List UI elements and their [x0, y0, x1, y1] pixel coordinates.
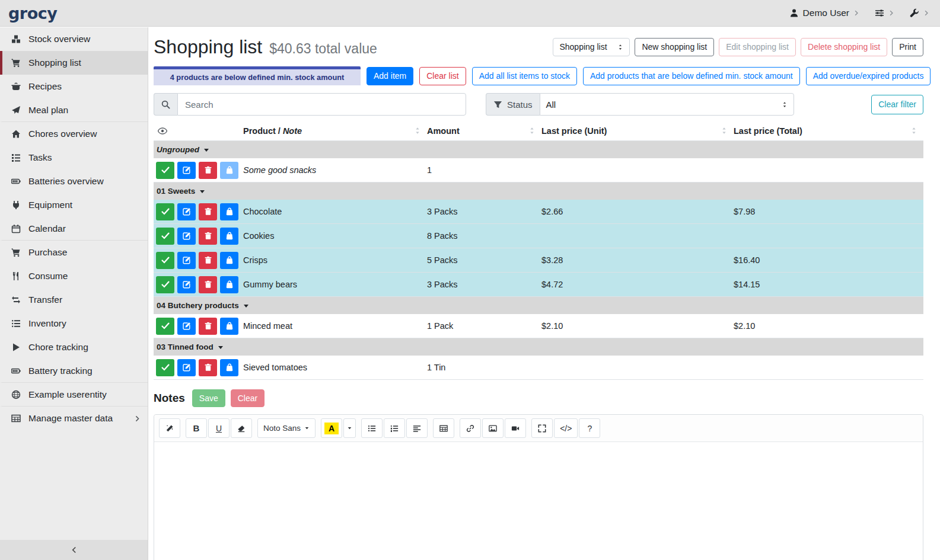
- edit-item-button[interactable]: [177, 276, 196, 293]
- group-row-ungrouped[interactable]: Ungrouped: [154, 141, 923, 158]
- col-header-last-price-unit[interactable]: Last price (Unit): [541, 121, 734, 140]
- delete-item-button[interactable]: [199, 162, 217, 179]
- save-notes-button[interactable]: Save: [192, 389, 225, 407]
- sidebar-item-meal-plan[interactable]: Meal plan: [0, 98, 148, 122]
- edit-item-button[interactable]: [177, 228, 196, 245]
- sidebar-item-calendar[interactable]: Calendar: [0, 217, 148, 241]
- editor-toolbar: B U Noto Sans A: [154, 415, 923, 442]
- help-button[interactable]: ?: [579, 418, 600, 438]
- sidebar-item-purchase[interactable]: Purchase: [0, 241, 148, 264]
- sidebar-item-chores-overview[interactable]: Chores overview: [0, 122, 148, 146]
- edit-item-button[interactable]: [177, 162, 196, 179]
- delete-item-button[interactable]: [199, 228, 217, 245]
- admin-menu[interactable]: [910, 8, 929, 18]
- col-header-last-price-total[interactable]: Last price (Total): [734, 121, 923, 140]
- group-row-sweets[interactable]: 01 Sweets: [154, 183, 923, 200]
- text-color-dropdown-button[interactable]: [343, 418, 356, 438]
- purchase-item-button[interactable]: [220, 276, 238, 293]
- insert-table-button[interactable]: [433, 418, 454, 438]
- status-filter-select[interactable]: All: [540, 93, 794, 116]
- text-color-button[interactable]: A: [321, 418, 342, 438]
- edit-shopping-list-button[interactable]: Edit shopping list: [719, 38, 796, 56]
- clear-notes-button[interactable]: Clear: [231, 389, 265, 407]
- sidebar-item-example-userentity[interactable]: Example userentity: [0, 383, 148, 407]
- delete-item-button[interactable]: [199, 252, 217, 269]
- product-name: Sieved tomatoes: [243, 363, 427, 372]
- filter-icon: [493, 100, 502, 109]
- new-shopping-list-button[interactable]: New shopping list: [635, 38, 714, 56]
- insert-video-button[interactable]: [505, 418, 526, 438]
- amount: 1 Pack: [427, 321, 541, 331]
- purchase-item-button[interactable]: [220, 359, 238, 376]
- clear-list-button[interactable]: Clear list: [419, 67, 466, 85]
- purchase-item-button[interactable]: [220, 252, 238, 269]
- add-overdue-button[interactable]: Add overdue/expired products: [806, 67, 931, 85]
- complete-item-button[interactable]: [156, 203, 174, 220]
- below-min-stock-alert[interactable]: 4 products are below defined min. stock …: [154, 66, 361, 85]
- add-item-button[interactable]: Add item: [367, 67, 413, 85]
- ordered-list-button[interactable]: [384, 418, 405, 438]
- delete-item-button[interactable]: [199, 203, 217, 220]
- print-button[interactable]: Print: [892, 38, 923, 56]
- edit-item-button[interactable]: [177, 318, 196, 335]
- sidebar-item-shopping-list[interactable]: Shopping list: [0, 51, 148, 75]
- complete-item-button[interactable]: [156, 276, 174, 293]
- add-all-to-stock-button[interactable]: Add all list items to stock: [472, 67, 577, 85]
- magic-style-button[interactable]: [159, 418, 180, 438]
- add-below-min-stock-button[interactable]: Add products that are below defined min.…: [583, 67, 800, 85]
- settings-menu[interactable]: [875, 8, 894, 18]
- complete-item-button[interactable]: [156, 252, 174, 269]
- sidebar-item-equipment[interactable]: Equipment: [0, 193, 148, 217]
- underline-button[interactable]: U: [208, 418, 230, 438]
- col-header-amount[interactable]: Amount: [427, 121, 541, 140]
- complete-item-button[interactable]: [156, 228, 174, 245]
- purchase-item-button[interactable]: [220, 228, 238, 245]
- user-menu[interactable]: Demo User: [789, 8, 859, 18]
- fullscreen-button[interactable]: [531, 418, 553, 438]
- edit-item-button[interactable]: [177, 252, 196, 269]
- purchase-item-button[interactable]: [220, 203, 238, 220]
- app-logo[interactable]: grocy: [8, 4, 57, 23]
- user-name: Demo User: [803, 8, 849, 18]
- complete-item-button[interactable]: [156, 359, 174, 376]
- status-filter-label: Status: [486, 93, 540, 116]
- group-row-tinned-food[interactable]: 03 Tinned food: [154, 338, 923, 356]
- sidebar-item-batteries-overview[interactable]: Batteries overview: [0, 169, 148, 193]
- unordered-list-button[interactable]: [361, 418, 383, 438]
- sidebar-item-consume[interactable]: Consume: [0, 264, 148, 288]
- sidebar-item-recipes[interactable]: Recipes: [0, 75, 148, 98]
- complete-item-button[interactable]: [156, 162, 174, 179]
- group-row-butchery-products[interactable]: 04 Butchery products: [154, 297, 923, 314]
- shopping-list-select[interactable]: Shopping list: [553, 38, 630, 56]
- sidebar-item-manage-master-data[interactable]: Manage master data: [0, 407, 148, 430]
- delete-shopping-list-button[interactable]: Delete shopping list: [801, 38, 887, 56]
- insert-picture-button[interactable]: [482, 418, 504, 438]
- delete-item-button[interactable]: [199, 276, 217, 293]
- paragraph-align-button[interactable]: [406, 418, 428, 438]
- sidebar-item-chore-tracking[interactable]: Chore tracking: [0, 335, 148, 359]
- sidebar-collapse-button[interactable]: [0, 540, 148, 560]
- edit-item-button[interactable]: [177, 359, 196, 376]
- insert-link-button[interactable]: [460, 418, 481, 438]
- sidebar-item-battery-tracking[interactable]: Battery tracking: [0, 359, 148, 383]
- product-name: Crisps: [243, 255, 427, 265]
- edit-item-button[interactable]: [177, 203, 196, 220]
- notes-editor-area[interactable]: [154, 442, 923, 560]
- sidebar-item-transfer[interactable]: Transfer: [0, 288, 148, 312]
- sidebar-item-inventory[interactable]: Inventory: [0, 312, 148, 335]
- clear-filter-button[interactable]: Clear filter: [871, 95, 923, 114]
- purchase-item-button[interactable]: [220, 162, 238, 179]
- sidebar-item-tasks[interactable]: Tasks: [0, 146, 148, 169]
- delete-item-button[interactable]: [199, 318, 217, 335]
- delete-item-button[interactable]: [199, 359, 217, 376]
- bold-button[interactable]: B: [186, 418, 207, 438]
- sidebar-item-stock-overview[interactable]: Stock overview: [0, 27, 148, 51]
- complete-item-button[interactable]: [156, 318, 174, 335]
- clear-formatting-button[interactable]: [231, 418, 252, 438]
- sidebar-item-label: Battery tracking: [28, 366, 93, 376]
- code-view-button[interactable]: </>: [554, 418, 578, 438]
- col-header-product[interactable]: Product / Note: [243, 121, 427, 140]
- purchase-item-button[interactable]: [220, 318, 238, 335]
- font-family-button[interactable]: Noto Sans: [257, 418, 316, 438]
- search-input[interactable]: [177, 93, 466, 116]
